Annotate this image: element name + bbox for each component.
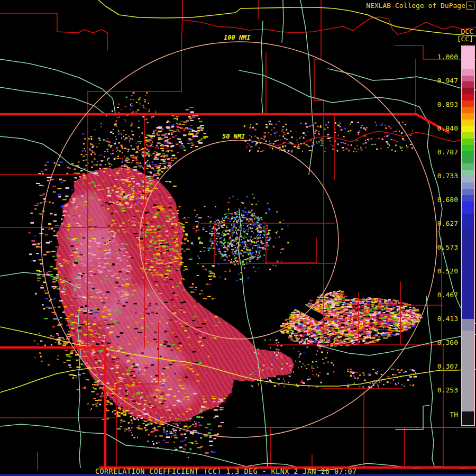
colorbar-tick-label: 0.520 [423,267,458,275]
colorbar-tick-label: 0.573 [423,243,458,251]
colorbar-segment [462,176,474,182]
range-ring-label-50nmi: 50 NMI [221,133,246,140]
colorbar-tick-label: 0.467 [423,291,458,299]
colorbar-tick-label: 0.787 [423,148,458,156]
colorbar-segment [462,195,474,202]
product-unit-label: [CC] [457,35,473,43]
echo-layer [57,168,398,423]
colorbar-tick-label: 0.413 [423,315,458,323]
colorbar-segment [462,182,474,189]
colorbar-segment [462,189,474,195]
colorbar-segment [462,76,474,82]
colorbar-segment [462,157,474,163]
colorbar-segment [462,100,474,107]
colorbar-segment [462,126,474,132]
colorbar-tick-label: 0.840 [423,124,458,132]
colorbar-segment [462,319,474,331]
colorbar-tick-label: 0.253 [423,386,458,394]
colorbar-tick-label: 0.360 [423,338,458,346]
colorbar-segment [462,145,474,151]
colorbar-tick-label: 0.893 [423,100,458,108]
colorbar-segment [462,47,474,69]
colorbar-tick-label: 0.680 [423,196,458,204]
colorbar-tick-label: 0.307 [423,362,458,370]
colorbar-segment [462,202,474,214]
colorbar-segment [462,88,474,94]
range-ring-label-100nmi: 100 NMI [223,34,252,41]
bottom-strip [0,474,476,476]
colorbar-tick-label: 0.947 [423,77,458,85]
colorbar-segment [462,230,474,319]
colorbar-segment [462,81,474,88]
colorbar-tick-label: 1.000 [423,53,458,61]
colorbar-segment [462,69,474,76]
colorbar-segment [462,120,474,126]
colorbar-segment [462,113,474,120]
colorbar-segment [462,94,474,100]
radar-display: NEXLAB-College of DuPage ↖ DCC [CC] 1.00… [0,0,476,476]
colorbar-segment [462,411,474,425]
colorbar-tick-label: 0.627 [423,219,458,227]
colorbar-segment [462,139,474,145]
colorbar-segment [462,214,474,230]
colorbar-segment [462,170,474,176]
colorbar-threshold-label: TH [423,410,458,418]
nav-arrow-icon[interactable]: ↖ [466,2,474,10]
colorbar-segment [462,132,474,139]
colorbar-tick-label: 0.733 [423,172,458,180]
colorbar-segment [462,331,474,412]
colorbar-segment [462,163,474,170]
colorbar-segment [462,151,474,157]
colorbar-segment [462,107,474,113]
colorbar [461,45,475,426]
brand-label: NEXLAB-College of DuPage [366,2,465,10]
product-code-label: DCC [461,28,473,35]
radar-map-canvas[interactable] [0,0,476,476]
